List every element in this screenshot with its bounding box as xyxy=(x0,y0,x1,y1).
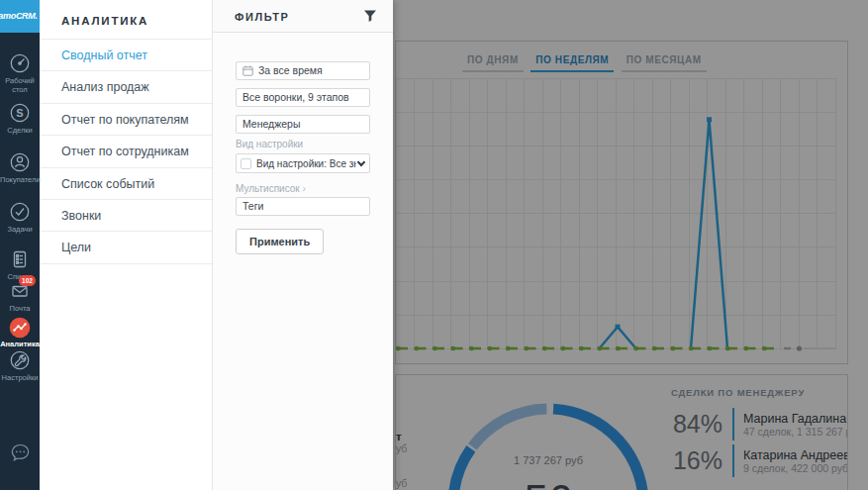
arrow-right-icon: › xyxy=(302,183,305,194)
analytics-menu: АНАЛИТИКА Сводный отчет Анализ продаж От… xyxy=(40,0,213,490)
main-content: ПО ДНЯМ ПО НЕДЕЛЯМ ПО МЕСЯЦАМ т уб уб 1 … xyxy=(393,0,868,490)
sidebar-item-settings[interactable]: Настройки xyxy=(0,348,40,383)
sidebar-item-analytics[interactable]: Аналитика xyxy=(0,317,40,349)
sidebar-item-label: Покупатели xyxy=(0,176,40,185)
view-settings-value: Вид настройки: Все значен xyxy=(256,158,356,169)
primary-sidebar: amoCRM. Рабочий стол S Сделки Покупатели… xyxy=(0,0,40,490)
menu-title: АНАЛИТИКА xyxy=(40,0,212,40)
amocrm-logo[interactable]: amoCRM. xyxy=(0,0,40,33)
managers-field[interactable]: Менеджеры xyxy=(236,115,370,134)
sidebar-item-tasks[interactable]: Задачи xyxy=(0,200,40,235)
svg-text:S: S xyxy=(16,107,23,119)
sidebar-item-label: Сделки xyxy=(0,127,40,136)
multilist-label: Мультисписок › xyxy=(236,183,306,194)
date-range-value: За все время xyxy=(258,62,323,79)
sidebar-item-label: Почта xyxy=(0,305,40,314)
sidebar-item-customers[interactable]: Покупатели xyxy=(0,150,40,185)
tasks-icon xyxy=(8,200,32,224)
dashboard-icon xyxy=(8,51,32,75)
view-settings-label: Вид настройки xyxy=(236,139,303,149)
tags-field[interactable]: Теги xyxy=(236,197,370,216)
mail-unread-badge: 102 xyxy=(19,275,36,286)
lists-icon xyxy=(8,247,32,271)
funnel-stages-value: Все воронки, 9 этапов xyxy=(242,89,349,106)
filter-header: ФИЛЬТР xyxy=(213,0,393,33)
tags-value: Теги xyxy=(242,198,263,215)
deals-icon: S xyxy=(8,101,32,125)
support-chat-button[interactable] xyxy=(0,441,40,464)
sidebar-item-label: Задачи xyxy=(0,226,40,235)
sidebar-item-label: Рабочий стол xyxy=(0,77,40,94)
dim-overlay[interactable] xyxy=(393,0,868,490)
analytics-icon xyxy=(9,317,31,339)
funnel-stages-field[interactable]: Все воронки, 9 этапов xyxy=(236,88,370,107)
funnel-icon[interactable] xyxy=(363,9,377,23)
sidebar-item-label: Настройки xyxy=(0,374,40,383)
filter-panel: ФИЛЬТР За все время Все воронки, 9 этапо… xyxy=(213,0,393,490)
view-settings-checkbox[interactable] xyxy=(241,158,251,169)
settings-icon xyxy=(8,348,32,372)
managers-value: Менеджеры xyxy=(242,116,301,133)
apply-button[interactable]: Применить xyxy=(236,229,324,254)
chevron-down-icon xyxy=(357,157,365,165)
sidebar-item-deals[interactable]: S Сделки xyxy=(0,101,40,136)
view-settings-select[interactable]: Вид настройки: Все значен xyxy=(236,153,370,173)
menu-item-events-list[interactable]: Список событий xyxy=(40,168,212,200)
sidebar-item-mail[interactable]: 102 Почта xyxy=(0,279,40,314)
calendar-icon xyxy=(242,65,253,76)
date-range-field[interactable]: За все время xyxy=(236,61,370,80)
menu-item-sales-analysis[interactable]: Анализ продаж xyxy=(40,71,212,103)
menu-item-customers-report[interactable]: Отчет по покупателям xyxy=(40,104,212,136)
menu-item-calls[interactable]: Звонки xyxy=(40,200,212,232)
menu-item-goals[interactable]: Цели xyxy=(40,232,212,263)
menu-item-summary-report[interactable]: Сводный отчет xyxy=(40,40,212,71)
sidebar-item-desktop[interactable]: Рабочий стол xyxy=(0,51,40,94)
customers-icon xyxy=(8,150,32,174)
menu-item-employees-report[interactable]: Отчет по сотрудникам xyxy=(40,136,212,167)
chat-icon xyxy=(9,441,32,464)
